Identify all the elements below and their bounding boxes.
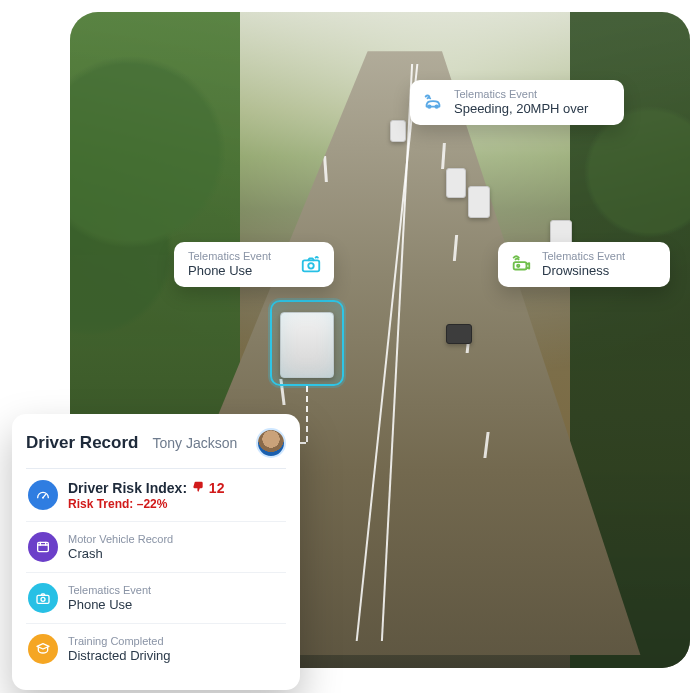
record-row[interactable]: Training Completed Distracted Driving (26, 624, 286, 674)
car-speed-icon (420, 89, 446, 115)
risk-trend-value: –22% (137, 497, 168, 511)
focus-connector-v (306, 386, 308, 442)
svg-rect-7 (38, 543, 49, 552)
vehicle (390, 120, 406, 142)
vehicle (468, 186, 490, 218)
risk-trend-label: Risk Trend: (68, 497, 133, 511)
gauge-icon (28, 480, 58, 510)
svg-point-3 (308, 263, 314, 269)
driver-record-card: Driver Record Tony Jackson Driver Risk I… (12, 414, 300, 690)
row-caption: Training Completed (68, 635, 171, 647)
row-value: Phone Use (68, 597, 151, 613)
camera-icon (28, 583, 58, 613)
risk-row[interactable]: Driver Risk Index: 12 Risk Trend: –22% (26, 469, 286, 522)
record-row[interactable]: Telematics Event Phone Use (26, 573, 286, 624)
row-value: Crash (68, 546, 173, 562)
callout-value: Speeding, 20MPH over (454, 101, 612, 117)
svg-rect-2 (303, 261, 320, 272)
vehicle (446, 324, 472, 344)
callout-phone[interactable]: Telematics Event Phone Use (174, 242, 334, 287)
callout-label: Telematics Event (454, 88, 612, 100)
stage: Telematics Event Speeding, 20MPH over Te… (0, 0, 700, 693)
driver-name: Tony Jackson (152, 435, 237, 451)
card-title: Driver Record (26, 433, 138, 453)
row-value: Distracted Driving (68, 648, 171, 664)
svg-point-6 (42, 497, 44, 499)
risk-label: Driver Risk Index: (68, 480, 187, 496)
risk-score: 12 (209, 480, 225, 496)
record-icon (28, 532, 58, 562)
row-caption: Motor Vehicle Record (68, 533, 173, 545)
avatar[interactable] (256, 428, 286, 458)
camera-icon (298, 251, 324, 277)
thumbs-down-icon (191, 480, 205, 497)
svg-point-5 (517, 265, 519, 267)
record-row[interactable]: Motor Vehicle Record Crash (26, 522, 286, 573)
callout-speeding[interactable]: Telematics Event Speeding, 20MPH over (410, 80, 624, 125)
row-caption: Telematics Event (68, 584, 151, 596)
svg-rect-8 (37, 596, 49, 604)
risk-text: Driver Risk Index: 12 Risk Trend: –22% (68, 479, 224, 511)
callout-value: Drowsiness (542, 263, 658, 279)
focus-box (270, 300, 344, 386)
callout-drowsiness[interactable]: Telematics Event Drowsiness (498, 242, 670, 287)
training-icon (28, 634, 58, 664)
callout-label: Telematics Event (188, 250, 290, 262)
dashcam-icon (508, 251, 534, 277)
svg-point-9 (41, 598, 45, 602)
callout-label: Telematics Event (542, 250, 658, 262)
card-header: Driver Record Tony Jackson (26, 428, 286, 469)
vehicle (446, 168, 466, 198)
callout-value: Phone Use (188, 263, 290, 279)
